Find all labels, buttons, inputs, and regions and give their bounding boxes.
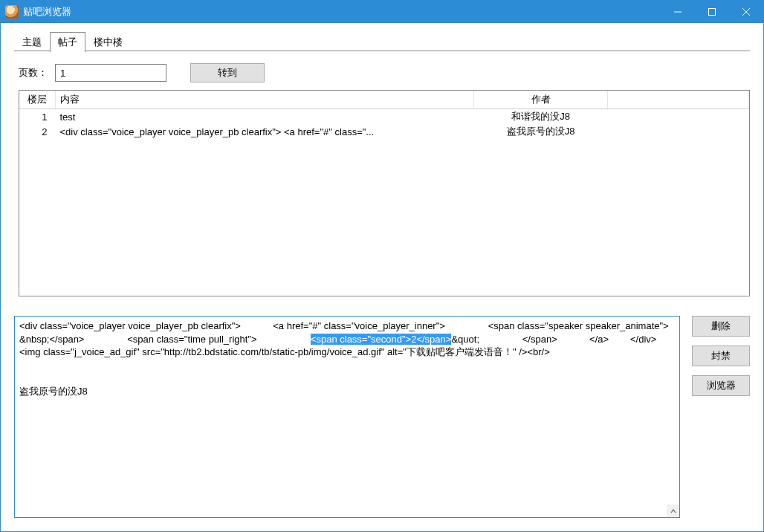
minimize-button[interactable] bbox=[661, 1, 695, 23]
cell-author: 和谐我的没J8 bbox=[474, 109, 608, 125]
table-row[interactable] bbox=[19, 154, 749, 169]
cell-empty bbox=[608, 124, 749, 139]
page-row: 页数： 转到 bbox=[19, 63, 750, 82]
chevron-up-icon bbox=[670, 508, 676, 514]
window-controls bbox=[661, 1, 763, 23]
table-row[interactable] bbox=[19, 258, 749, 273]
col-header-floor[interactable]: 楼层 bbox=[19, 91, 55, 109]
table-row[interactable] bbox=[19, 243, 749, 258]
cell-floor: 2 bbox=[19, 124, 55, 139]
table-row[interactable] bbox=[19, 139, 749, 154]
minimize-icon bbox=[674, 8, 682, 16]
browser-button[interactable]: 浏览器 bbox=[692, 375, 750, 396]
tab-posts[interactable]: 帖子 bbox=[50, 32, 85, 52]
scroll-corner[interactable] bbox=[667, 505, 679, 517]
table-row[interactable] bbox=[19, 169, 749, 184]
app-window: 贴吧浏览器 主题 帖子 楼中楼 页数： 转到 bbox=[0, 0, 764, 532]
tab-subfloor[interactable]: 楼中楼 bbox=[85, 32, 131, 52]
post-grid[interactable]: 楼层 内容 作者 1 test 和谐我的没J8 2 <d bbox=[19, 90, 750, 296]
page-label: 页数： bbox=[19, 66, 48, 80]
table-row[interactable] bbox=[19, 198, 749, 213]
page-input[interactable] bbox=[55, 64, 166, 82]
col-header-author[interactable]: 作者 bbox=[474, 91, 608, 109]
titlebar[interactable]: 贴吧浏览器 bbox=[1, 1, 763, 23]
maximize-icon bbox=[708, 8, 716, 16]
detail-author: 盗我原号的没J8 bbox=[19, 386, 88, 397]
cell-author: 盗我原号的没J8 bbox=[474, 124, 608, 139]
table-row[interactable] bbox=[19, 273, 749, 288]
table-row[interactable] bbox=[19, 213, 749, 228]
app-icon bbox=[5, 5, 19, 19]
go-button[interactable]: 转到 bbox=[190, 63, 265, 82]
col-header-content[interactable]: 内容 bbox=[55, 91, 474, 109]
svg-rect-1 bbox=[709, 9, 716, 16]
cell-content: test bbox=[55, 109, 474, 125]
cell-floor: 1 bbox=[19, 109, 55, 125]
detail-highlight: <span class="second">2</span> bbox=[311, 334, 452, 345]
table-row[interactable]: 2 <div class="voice_player voice_player_… bbox=[19, 124, 749, 139]
ban-button[interactable]: 封禁 bbox=[692, 346, 750, 366]
table-row[interactable] bbox=[19, 228, 749, 243]
maximize-button[interactable] bbox=[695, 1, 729, 23]
client-area: 主题 帖子 楼中楼 页数： 转到 楼层 内容 bbox=[1, 23, 763, 531]
cell-empty bbox=[608, 109, 749, 125]
window-title: 贴吧浏览器 bbox=[23, 5, 71, 19]
close-icon bbox=[742, 8, 750, 16]
grid-header-row: 楼层 内容 作者 bbox=[19, 91, 749, 109]
close-button[interactable] bbox=[729, 1, 763, 23]
col-header-empty[interactable] bbox=[608, 91, 749, 109]
table-row[interactable] bbox=[19, 184, 749, 198]
cell-content: <div class="voice_player voice_player_pb… bbox=[55, 124, 474, 139]
tab-bar: 主题 帖子 楼中楼 bbox=[14, 32, 750, 51]
delete-button[interactable]: 删除 bbox=[692, 316, 750, 337]
detail-textarea[interactable]: <div class="voice_player voice_player_pb… bbox=[14, 316, 680, 518]
tab-topic[interactable]: 主题 bbox=[14, 32, 50, 52]
grid-table: 楼层 内容 作者 1 test 和谐我的没J8 2 <d bbox=[19, 91, 749, 288]
table-row[interactable]: 1 test 和谐我的没J8 bbox=[19, 109, 749, 125]
side-buttons: 删除 封禁 浏览器 bbox=[692, 316, 750, 518]
bottom-row: <div class="voice_player voice_player_pb… bbox=[14, 316, 750, 518]
